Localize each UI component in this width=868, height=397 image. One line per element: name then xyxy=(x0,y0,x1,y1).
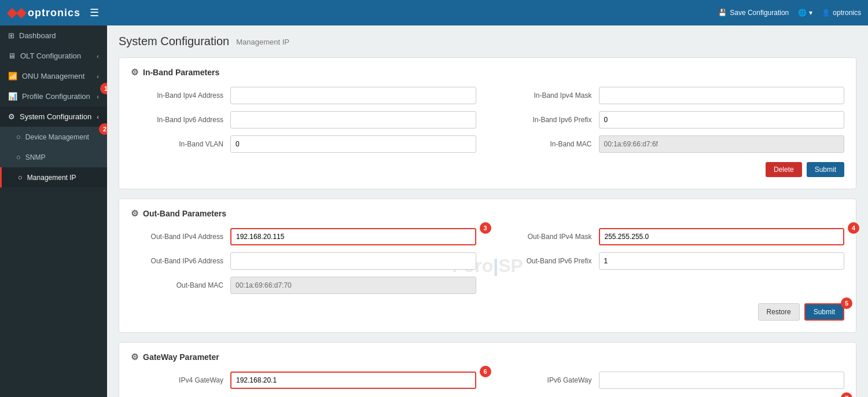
sidebar-item-snmp[interactable]: ○ SNMP xyxy=(0,147,107,167)
chevron-right-icon2: ‹ xyxy=(97,73,99,80)
outband-section: ⚙ Out-Band Parameters Foro|SP Out-Band I… xyxy=(119,198,856,333)
outband-ipv6-input[interactable] xyxy=(230,252,476,270)
sidebar-item-dashboard[interactable]: ⊞ Dashboard xyxy=(0,25,107,46)
inband-section-title: ⚙ In-Band Parameters xyxy=(131,67,844,78)
page-subtitle: Management IP xyxy=(236,38,289,46)
inband-ipv4-input[interactable] xyxy=(230,87,476,104)
chevron-right-icon3: ‹ xyxy=(97,93,99,100)
language-button[interactable]: 🌐 ▾ xyxy=(798,9,812,17)
outband-icon: ⚙ xyxy=(131,208,138,219)
gateway-ipv6-row: IPv6 GateWay xyxy=(499,372,845,389)
save-icon: 💾 xyxy=(718,9,727,17)
outband-footer: Restore Submit 5 xyxy=(131,303,844,321)
inband-ipv6-row: In-Band Ipv6 Address xyxy=(131,111,476,128)
page-header: System Configuration Management IP xyxy=(119,35,856,48)
gateway-ipv4-label: IPv4 GateWay xyxy=(131,376,223,384)
annotation-6: 6 xyxy=(480,366,491,377)
inband-right: In-Band Ipv4 Mask In-Band Ipv6 Prefix In… xyxy=(499,87,845,153)
gateway-section: ⚙ GateWay Parameter IPv4 GateWay 6 IPv6 … xyxy=(119,342,856,397)
outband-left: Out-Band IPv4 Address 3 Out-Band IPv6 Ad… xyxy=(131,228,476,294)
gateway-ipv6-input[interactable] xyxy=(599,372,845,389)
inband-mac-input xyxy=(599,135,845,153)
outband-ipv6prefix-row: Out-Band IPv6 Prefix xyxy=(499,252,845,270)
sidebar-item-management-ip[interactable]: ○ Management IP xyxy=(0,167,107,188)
gateway-left: IPv4 GateWay 6 xyxy=(131,372,476,389)
outband-section-title: ⚙ Out-Band Parameters xyxy=(131,208,844,219)
outband-ipv4-input[interactable] xyxy=(230,228,476,245)
inband-footer: Delete Submit xyxy=(131,162,844,177)
inband-ipv6-label: In-Band Ipv6 Address xyxy=(131,116,223,124)
chevron-right-icon: ‹ xyxy=(97,53,99,60)
outband-ipv6prefix-input[interactable] xyxy=(599,252,845,270)
inband-form: In-Band Ipv4 Address In-Band Ipv6 Addres… xyxy=(131,87,844,153)
gateway-ipv4-input[interactable] xyxy=(230,372,476,389)
outband-ipv4-row: Out-Band IPv4 Address 3 xyxy=(131,228,476,245)
inband-ipv4-row: In-Band Ipv4 Address xyxy=(131,87,476,104)
outband-mask-label: Out-Band IPv4 Mask xyxy=(499,233,592,241)
inband-ipv6prefix-input[interactable] xyxy=(599,111,845,128)
inband-mac-row: In-Band MAC xyxy=(499,135,845,153)
page-title: System Configuration xyxy=(119,35,229,48)
save-config-button[interactable]: 💾 Save Configuration xyxy=(718,9,789,17)
outband-mask-input[interactable] xyxy=(599,228,845,245)
inband-ipv6-input[interactable] xyxy=(230,111,476,128)
annotation-1: 1 xyxy=(100,83,107,94)
inband-mac-label: In-Band MAC xyxy=(499,140,592,148)
system-config-submenu: ○ Device Management 2 ○ SNMP ○ Managemen… xyxy=(0,127,107,188)
gateway-ipv4-row: IPv4 GateWay 6 xyxy=(131,372,476,389)
annotation-7: 7 xyxy=(841,392,852,397)
chevron-right-icon4: ‹ xyxy=(97,113,99,120)
inband-mask-label: In-Band Ipv4 Mask xyxy=(499,91,592,100)
sidebar: ⊞ Dashboard 🖥 OLT Configuration ‹ 📶 ONU … xyxy=(0,25,107,397)
sidebar-item-profile-config[interactable]: 📊 Profile Configuration ‹ 1 xyxy=(0,86,107,106)
inband-mask-input[interactable] xyxy=(599,87,845,104)
sidebar-item-onu-mgmt[interactable]: 📶 ONU Management ‹ xyxy=(0,66,107,86)
inband-submit-button[interactable]: Submit xyxy=(807,162,844,177)
layout: ⊞ Dashboard 🖥 OLT Configuration ‹ 📶 ONU … xyxy=(0,25,868,397)
sidebar-item-device-mgmt[interactable]: ○ Device Management 2 xyxy=(0,127,107,147)
annotation-2: 2 xyxy=(99,123,107,135)
inband-ipv4-label: In-Band Ipv4 Address xyxy=(131,91,223,100)
sidebar-item-olt-config[interactable]: 🖥 OLT Configuration ‹ xyxy=(0,46,107,66)
profile-icon: 📊 xyxy=(8,92,17,101)
inband-mask-row: In-Band Ipv4 Mask xyxy=(499,87,845,104)
brand: ◆◆ optronics xyxy=(7,5,80,20)
gateway-icon: ⚙ xyxy=(131,352,138,362)
outband-ipv6-label: Out-Band IPv6 Address xyxy=(131,257,223,265)
outband-mac-input xyxy=(230,277,476,294)
onu-icon: 📶 xyxy=(8,72,17,80)
user-menu-button[interactable]: 👤 optronics xyxy=(822,9,861,17)
inband-icon: ⚙ xyxy=(131,67,138,78)
outband-ipv6-row: Out-Band IPv6 Address xyxy=(131,252,476,270)
outband-ipv6prefix-label: Out-Band IPv6 Prefix xyxy=(499,257,592,265)
globe-icon: 🌐 xyxy=(798,9,807,17)
navbar: ◆◆ optronics ☰ 💾 Save Configuration 🌐 ▾ … xyxy=(0,0,868,25)
gateway-right: IPv6 GateWay xyxy=(499,372,845,389)
annotation-4: 4 xyxy=(848,222,859,234)
main-content: System Configuration Management IP ⚙ In-… xyxy=(107,25,868,397)
inband-left: In-Band Ipv4 Address In-Band Ipv6 Addres… xyxy=(131,87,476,153)
sidebar-item-system-config[interactable]: ⚙ System Configuration ‹ xyxy=(0,106,107,127)
gateway-section-title: ⚙ GateWay Parameter xyxy=(131,352,844,362)
circle-icon2: ○ xyxy=(16,153,21,161)
inband-section: ⚙ In-Band Parameters In-Band Ipv4 Addres… xyxy=(119,57,856,189)
inband-vlan-label: In-Band VLAN xyxy=(131,140,223,148)
outband-mac-label: Out-Band MAC xyxy=(131,281,223,289)
outband-mac-row: Out-Band MAC xyxy=(131,277,476,294)
inband-ipv6prefix-label: In-Band Ipv6 Prefix xyxy=(499,116,592,124)
user-icon: 👤 xyxy=(822,9,830,17)
outband-restore-button[interactable]: Restore xyxy=(758,303,800,321)
annotation-3: 3 xyxy=(480,222,491,234)
outband-submit-button[interactable]: Submit xyxy=(804,303,844,321)
circle-icon1: ○ xyxy=(16,133,21,141)
gateway-form: IPv4 GateWay 6 IPv6 GateWay xyxy=(131,372,844,389)
hamburger-icon[interactable]: ☰ xyxy=(90,6,99,19)
dashboard-icon: ⊞ xyxy=(8,31,14,40)
inband-ipv6prefix-row: In-Band Ipv6 Prefix xyxy=(499,111,845,128)
outband-mask-row: Out-Band IPv4 Mask 4 xyxy=(499,228,845,245)
circle-icon3: ○ xyxy=(18,173,23,182)
inband-vlan-input[interactable] xyxy=(230,135,476,153)
outband-form: Out-Band IPv4 Address 3 Out-Band IPv6 Ad… xyxy=(131,228,844,294)
inband-delete-button[interactable]: Delete xyxy=(766,162,802,177)
gateway-ipv6-label: IPv6 GateWay xyxy=(499,376,592,384)
